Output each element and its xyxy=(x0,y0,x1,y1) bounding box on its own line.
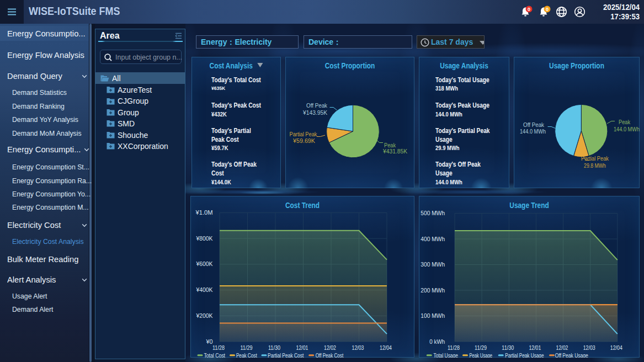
svg-text:Peak Usage: Peak Usage xyxy=(470,352,493,358)
svg-text:¥143.95K: ¥143.95K xyxy=(302,109,327,116)
svg-text:11/29: 11/29 xyxy=(475,344,487,351)
svg-text:11/29: 11/29 xyxy=(241,344,253,351)
svg-text:12/02: 12/02 xyxy=(556,344,568,351)
svg-text:12/03: 12/03 xyxy=(583,344,595,351)
svg-text:0: 0 xyxy=(546,7,549,12)
svg-text:Off Peak Cost: Off Peak Cost xyxy=(316,352,344,358)
svg-text:Off Peak: Off Peak xyxy=(306,102,327,109)
svg-text:Partial Peak Cost: Partial Peak Cost xyxy=(268,352,304,358)
svg-text:¥800K: ¥800K xyxy=(196,235,214,242)
svg-text:12/03: 12/03 xyxy=(352,344,364,351)
svg-text:¥200K: ¥200K xyxy=(196,312,214,319)
svg-text:500 MWh: 500 MWh xyxy=(421,210,445,216)
svg-text:300 MWh: 300 MWh xyxy=(421,261,445,268)
svg-text:¥1.0M: ¥1.0M xyxy=(195,209,212,216)
svg-text:144.0 MWh: 144.0 MWh xyxy=(520,128,546,135)
svg-text:¥431.85K: ¥431.85K xyxy=(382,148,407,155)
svg-text:12/02: 12/02 xyxy=(324,344,336,351)
svg-text:Partial Peak: Partial Peak xyxy=(581,155,609,162)
svg-text:Partial Peak: Partial Peak xyxy=(290,131,317,137)
svg-text:12/04: 12/04 xyxy=(380,344,392,351)
svg-text:100 MWh: 100 MWh xyxy=(421,312,445,319)
svg-text:11/28: 11/28 xyxy=(212,344,225,351)
svg-text:0: 0 xyxy=(528,7,530,12)
svg-text:¥400K: ¥400K xyxy=(196,286,214,293)
svg-text:11/30: 11/30 xyxy=(502,344,514,351)
svg-text:12/01: 12/01 xyxy=(296,344,308,351)
svg-text:200 MWh: 200 MWh xyxy=(421,287,445,294)
svg-text:Peak Cost: Peak Cost xyxy=(236,352,257,358)
svg-text:11/28: 11/28 xyxy=(448,344,460,351)
svg-text:¥0: ¥0 xyxy=(206,338,213,345)
svg-text:Peak: Peak xyxy=(619,119,630,125)
svg-text:11/30: 11/30 xyxy=(268,344,280,351)
svg-text:Off Peak: Off Peak xyxy=(523,121,544,128)
svg-text:Off Peak Usage: Off Peak Usage xyxy=(555,352,588,358)
svg-text:Partial Peak Usage: Partial Peak Usage xyxy=(505,352,544,358)
svg-text:400 MWh: 400 MWh xyxy=(421,236,445,242)
svg-text:144.0 MWh: 144.0 MWh xyxy=(614,126,640,132)
svg-text:Total Cost: Total Cost xyxy=(204,352,225,358)
svg-text:12/04: 12/04 xyxy=(610,344,622,351)
svg-text:¥59.69K: ¥59.69K xyxy=(292,137,315,144)
svg-text:29.8 MWh: 29.8 MWh xyxy=(584,162,606,169)
svg-text:12/01: 12/01 xyxy=(529,344,541,351)
svg-text:0 kWh: 0 kWh xyxy=(429,338,445,345)
svg-text:¥600K: ¥600K xyxy=(196,260,214,267)
svg-text:Total Usage: Total Usage xyxy=(434,352,458,358)
